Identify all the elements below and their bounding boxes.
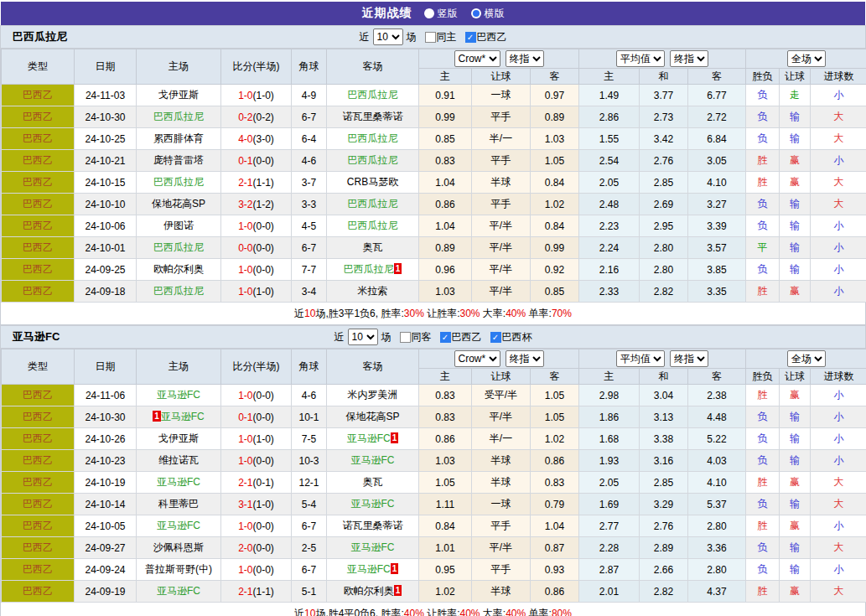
filter-checkbox-巴西乙[interactable]: ✓巴西乙 xyxy=(440,330,482,344)
home-odds-cell: 0.83 xyxy=(419,150,472,172)
home-team-cell: 戈伊亚斯 xyxy=(137,428,221,450)
header-group-3: 全场 xyxy=(746,49,866,69)
final-odds-select[interactable]: 终指 xyxy=(506,350,544,367)
corner-cell: 6-4 xyxy=(292,128,327,150)
sub-column-header: 胜负 xyxy=(746,369,780,385)
fulltime-score: 4-0 xyxy=(238,133,252,145)
header-selects: Crow*终指 xyxy=(454,350,544,367)
full-match-select[interactable]: 全场 xyxy=(787,50,826,67)
match-row: 巴西乙24-09-19亚马逊FC2-1(1-1)5-1欧帕尔利奥11.02半球0… xyxy=(2,581,866,603)
odds-source-select[interactable]: Crow* xyxy=(454,350,500,367)
away-team-name: 欧帕尔利奥 xyxy=(344,585,394,597)
halftime-score: (0-0) xyxy=(253,542,274,554)
halftime-score: (0-0) xyxy=(253,155,274,167)
checkbox-checked-icon: ✓ xyxy=(490,332,501,343)
home-team-name: 沙佩科恩斯 xyxy=(153,541,204,553)
summary-text: 大率: xyxy=(480,608,506,616)
away-team-name: 巴西瓜拉尼 xyxy=(348,220,398,231)
avg-home-odds-cell: 1.49 xyxy=(579,85,640,106)
avg-draw-odds-cell: 2.73 xyxy=(640,106,688,128)
sub-column-header: 和 xyxy=(640,69,688,85)
home-team-name: 科里蒂巴 xyxy=(158,498,199,510)
header-selects: 平均值终指 xyxy=(616,50,708,67)
score-cell: 1-0(0-0) xyxy=(221,215,292,237)
away-team-name: 诺瓦里桑蒂诺 xyxy=(343,111,403,122)
fulltime-score: 0-0 xyxy=(238,242,252,254)
full-match-select[interactable]: 全场 xyxy=(787,350,826,367)
final-odds-select[interactable]: 终指 xyxy=(506,50,544,67)
handicap-result-cell: 赢 xyxy=(780,172,811,194)
handicap-cell: 平/半 xyxy=(472,537,531,559)
checkbox-unchecked-icon xyxy=(400,332,411,343)
over-under-result-cell: 小 xyxy=(811,259,866,281)
home-team-name: 亚马逊FC xyxy=(161,411,205,422)
avg-draw-odds-cell: 2.66 xyxy=(640,559,688,581)
date-cell: 24-09-24 xyxy=(75,559,137,581)
win-lose-result-cell: 负 xyxy=(746,85,780,106)
score-cell: 0-0(0-0) xyxy=(221,237,292,259)
date-cell: 24-09-19 xyxy=(75,581,137,603)
home-team-cell: 庞特普雷塔 xyxy=(137,150,221,172)
filter-checkbox-巴西杯[interactable]: ✓巴西杯 xyxy=(490,330,532,344)
home-team-name: 普拉斯哥野(中) xyxy=(145,563,212,575)
average-odds-select[interactable]: 平均值 xyxy=(616,50,665,67)
final-odds-select-2[interactable]: 终指 xyxy=(670,350,708,367)
away-team-cell: 亚马逊FC xyxy=(327,450,419,472)
header-selects: 全场 xyxy=(787,350,826,367)
final-odds-select-2[interactable]: 终指 xyxy=(670,50,708,67)
home-team-name: 戈伊亚斯 xyxy=(158,89,199,101)
away-odds-cell: 0.92 xyxy=(531,259,579,281)
corner-cell: 6-7 xyxy=(292,106,327,128)
recent-count-select[interactable]: 10 xyxy=(348,329,378,345)
summary-stat-value: 80% xyxy=(552,608,572,616)
summary-stat-value: 40% xyxy=(506,308,526,319)
filter-checkbox-同客[interactable]: 同客 xyxy=(400,330,432,344)
league-type-cell: 巴西乙 xyxy=(2,406,75,428)
handicap-cell: 平手 xyxy=(472,559,531,581)
score-cell: 1-0(0-0) xyxy=(221,559,292,581)
column-header: 比分(半场) xyxy=(221,49,292,85)
match-row: 巴西乙24-09-24普拉斯哥野(中)1-0(0-0)6-7亚马逊FC10.95… xyxy=(2,559,866,581)
recent-count-select[interactable]: 10 xyxy=(373,28,403,45)
home-odds-cell: 0.89 xyxy=(419,237,472,259)
odds-source-select[interactable]: Crow* xyxy=(454,50,500,67)
filter-checkbox-巴西乙[interactable]: ✓巴西乙 xyxy=(465,30,507,44)
layout-radio-1[interactable]: 竖版 xyxy=(424,7,458,21)
handicap-result-cell: 输 xyxy=(780,259,811,281)
sub-column-header: 主 xyxy=(579,69,640,85)
handicap-cell: 半球 xyxy=(472,472,531,494)
corner-cell: 7-7 xyxy=(292,259,327,281)
away-team-cell: 米拉索 xyxy=(327,281,419,303)
layout-radio-2[interactable]: 横版 xyxy=(471,7,505,21)
corner-cell: 5-4 xyxy=(292,494,327,515)
over-under-result-cell: 大 xyxy=(811,537,866,559)
avg-draw-odds-cell: 3.29 xyxy=(640,494,688,515)
match-row: 巴西乙24-10-301亚马逊FC0-1(0-0)10-1保地花高SP0.83平… xyxy=(2,406,866,428)
halftime-score: (0-1) xyxy=(253,477,274,489)
header-group-2: 平均值终指 xyxy=(579,349,746,369)
score-cell: 2-0(0-0) xyxy=(221,537,292,559)
home-team-cell: 亚马逊FC xyxy=(137,385,221,406)
avg-away-odds-cell: 3.57 xyxy=(688,237,746,259)
home-odds-cell: 0.96 xyxy=(419,259,472,281)
halftime-score: (0-0) xyxy=(253,455,274,467)
handicap-cell: 平/半 xyxy=(472,406,531,428)
win-lose-result-cell: 负 xyxy=(746,106,780,128)
date-cell: 24-10-10 xyxy=(75,194,137,215)
date-cell: 24-10-30 xyxy=(75,406,137,428)
win-lose-result-cell: 负 xyxy=(746,428,780,450)
match-row: 巴西乙24-10-06伊图诺1-0(0-0)4-5巴西瓜拉尼1.04平/半0.8… xyxy=(2,215,866,237)
avg-away-odds-cell: 5.22 xyxy=(688,428,746,450)
home-odds-cell: 1.11 xyxy=(419,494,472,515)
away-odds-cell: 0.86 xyxy=(531,450,579,472)
league-type-cell: 巴西乙 xyxy=(2,515,75,537)
date-cell: 24-11-03 xyxy=(75,85,137,106)
home-team-cell: 1亚马逊FC xyxy=(137,406,221,428)
over-under-result-cell: 小 xyxy=(811,406,866,428)
away-odds-cell: 1.02 xyxy=(531,428,579,450)
win-lose-result-cell: 负 xyxy=(746,259,780,281)
sub-column-header: 进球数 xyxy=(811,69,866,85)
average-odds-select[interactable]: 平均值 xyxy=(616,350,665,367)
filter-checkbox-同主[interactable]: 同主 xyxy=(425,30,457,44)
home-team-cell: 普拉斯哥野(中) xyxy=(137,559,221,581)
